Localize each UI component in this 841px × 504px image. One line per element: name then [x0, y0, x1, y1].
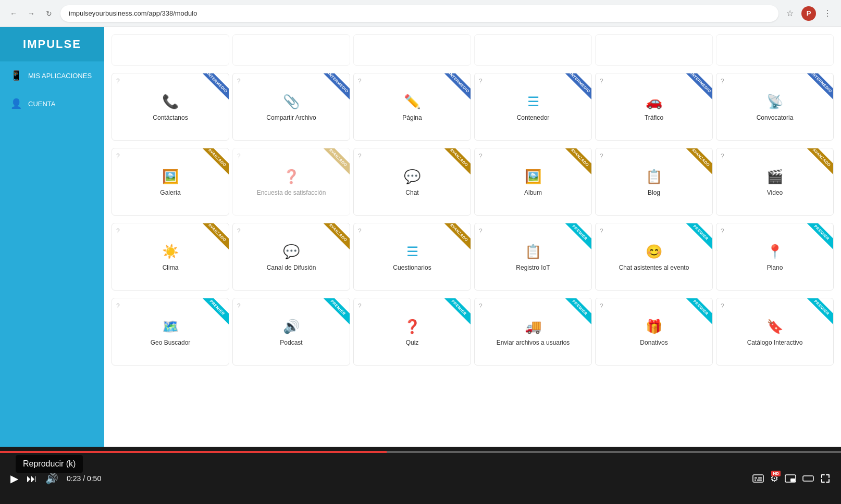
- theater-button[interactable]: [802, 474, 814, 483]
- captions-button[interactable]: [752, 474, 764, 483]
- help-icon-blog: ?: [600, 153, 603, 160]
- hd-badge: HD: [771, 471, 781, 476]
- icon-compartir: 📎: [283, 94, 300, 110]
- module-card-partial-1[interactable]: [112, 34, 229, 66]
- module-card-galeria[interactable]: ? AVANZADO 🖼️ Galería: [112, 148, 229, 216]
- ribbon-podcast: PREMIER: [316, 298, 350, 332]
- fullscreen-button[interactable]: [820, 473, 831, 484]
- module-card-contenedor[interactable]: ? INTERMEDIO ☰ Contenedor: [474, 73, 592, 141]
- sidebar-item-mis-aplicaciones[interactable]: 📱 MIS APLICACIONES: [0, 61, 104, 90]
- play-button[interactable]: ▶: [10, 472, 18, 485]
- label-plano: Plano: [767, 264, 783, 272]
- bookmark-button[interactable]: ☆: [783, 6, 797, 21]
- help-icon-trafico: ?: [600, 78, 603, 85]
- module-card-pagina[interactable]: ? INTERMEDIO ✏️ Página: [353, 73, 471, 141]
- module-card-partial-3[interactable]: [353, 34, 471, 66]
- refresh-button[interactable]: ↻: [42, 6, 56, 21]
- ribbon-trafico: INTERMEDIO: [679, 73, 712, 107]
- module-card-blog[interactable]: ? AVANZADO 📋 Blog: [595, 148, 713, 216]
- module-card-registro-iot[interactable]: ? PREMIER 📋 Registro IoT: [474, 223, 592, 291]
- help-icon-contenedor: ?: [479, 78, 483, 85]
- module-card-chat-asistentes[interactable]: ? PREMIER 😊 Chat asistentes al evento: [595, 223, 713, 291]
- badge-avanzado-clima: AVANZADO: [200, 223, 229, 250]
- progress-fill: [0, 451, 387, 453]
- module-card-catalogo[interactable]: ? PREMIER 🔖 Catálogo Interactivo: [716, 298, 834, 366]
- badge-premier-registro-iot: PREMIER: [562, 223, 591, 250]
- label-trafico: Tráfico: [645, 114, 663, 122]
- ribbon-cuestionarios: AVANZADO: [437, 223, 471, 257]
- module-card-chat[interactable]: ? AVANZADO 💬 Chat: [353, 148, 471, 216]
- badge-avanzado-chat: AVANZADO: [441, 148, 471, 175]
- icon-contactanos: 📞: [162, 94, 179, 110]
- icon-chat: 💬: [404, 169, 420, 185]
- sidebar-label-cuenta: CUENTA: [28, 100, 55, 108]
- settings-button[interactable]: HD ⚙: [770, 473, 778, 484]
- player-right-buttons: HD ⚙: [752, 473, 831, 484]
- label-cuestionarios: Cuestionarios: [393, 264, 431, 272]
- ribbon-canal: AVANZADO: [316, 223, 350, 257]
- module-card-partial-5[interactable]: [595, 34, 713, 66]
- module-card-convocatoria[interactable]: ? INTERMEDIO 📡 Convocatoria: [716, 73, 834, 141]
- icon-podcast: 🔊: [283, 319, 300, 335]
- video-player: Reproducir (k) ▶ ⏭ 🔊 0:23 / 0:50 HD ⚙: [0, 447, 841, 504]
- module-card-geo-buscador[interactable]: ? PREMIER 🗺️ Geo Buscador: [112, 298, 229, 366]
- sidebar-item-cuenta[interactable]: 👤 CUENTA: [0, 90, 104, 118]
- label-pagina: Página: [402, 114, 422, 122]
- address-bar[interactable]: [60, 5, 778, 22]
- main-layout: IMPULSE 📱 MIS APLICACIONES 👤 CUENTA ? IN…: [0, 27, 841, 447]
- icon-canal: 💬: [283, 244, 300, 260]
- help-icon-clima: ?: [116, 228, 120, 235]
- module-card-partial-2[interactable]: [232, 34, 350, 66]
- skip-forward-button[interactable]: ⏭: [27, 473, 37, 485]
- badge-avanzado-video: AVANZADO: [804, 148, 833, 175]
- help-icon-galeria: ?: [116, 153, 120, 160]
- menu-button[interactable]: ⋮: [820, 6, 835, 21]
- time-separator: /: [83, 474, 87, 483]
- icon-registro-iot: 📋: [525, 244, 541, 260]
- module-card-partial-6[interactable]: [716, 34, 834, 66]
- time-display: 0:23 / 0:50: [67, 474, 101, 483]
- badge-intermedio-trafico: INTERMEDIO: [683, 73, 712, 100]
- help-icon-plano: ?: [721, 228, 724, 235]
- module-card-encuesta[interactable]: ? AVANZADO ❓ Encuesta de satisfacción: [232, 148, 350, 216]
- volume-button[interactable]: 🔊: [45, 472, 58, 485]
- module-card-enviar-archivos[interactable]: ? PREMIER 🚚 Enviar archivos a usuarios: [474, 298, 592, 366]
- forward-button[interactable]: →: [24, 6, 39, 21]
- help-icon-podcast: ?: [237, 303, 241, 310]
- label-donativos: Donativos: [640, 339, 667, 347]
- badge-intermedio-contactanos: INTERMEDIO: [200, 73, 229, 100]
- ribbon-video: AVANZADO: [800, 148, 833, 182]
- module-card-contactanos[interactable]: ? INTERMEDIO 📞 Contáctanos: [112, 73, 229, 141]
- module-card-podcast[interactable]: ? PREMIER 🔊 Podcast: [232, 298, 350, 366]
- ribbon-compartir: INTERMEDIO: [316, 73, 350, 107]
- badge-intermedio-compartir: INTERMEDIO: [320, 73, 350, 100]
- module-card-cuestionarios[interactable]: ? AVANZADO ☰ Cuestionarios: [353, 223, 471, 291]
- label-album: Album: [524, 189, 542, 197]
- profile-avatar[interactable]: P: [801, 6, 816, 21]
- help-icon-convocatoria: ?: [721, 78, 724, 85]
- module-card-partial-4[interactable]: [474, 34, 592, 66]
- icon-plano: 📍: [766, 244, 783, 260]
- module-card-trafico[interactable]: ? INTERMEDIO 🚗 Tráfico: [595, 73, 713, 141]
- svg-rect-6: [790, 478, 795, 482]
- help-icon-geo: ?: [116, 303, 120, 310]
- label-video: Video: [767, 189, 783, 197]
- miniplayer-button[interactable]: [785, 474, 796, 483]
- badge-avanzado-canal: AVANZADO: [320, 223, 350, 250]
- module-card-donativos[interactable]: ? PREMIER 🎁 Donativos: [595, 298, 713, 366]
- module-card-canal-difusion[interactable]: ? AVANZADO 💬 Canal de Difusión: [232, 223, 350, 291]
- help-icon-donativos: ?: [600, 303, 603, 310]
- ribbon-chat-asistentes: PREMIER: [679, 223, 712, 257]
- badge-intermedio-convocatoria: INTERMEDIO: [804, 73, 833, 100]
- svg-rect-0: [753, 475, 763, 482]
- svg-rect-7: [803, 476, 813, 481]
- progress-bar[interactable]: [0, 451, 841, 453]
- play-label: Reproducir (k): [16, 455, 83, 473]
- module-card-album[interactable]: ? AVANZADO 🖼️ Album: [474, 148, 592, 216]
- module-card-compartir-archivo[interactable]: ? INTERMEDIO 📎 Compartir Archivo: [232, 73, 350, 141]
- module-card-plano[interactable]: ? PREMIER 📍 Plano: [716, 223, 834, 291]
- module-card-quiz[interactable]: ? PREMIER ❓ Quiz: [353, 298, 471, 366]
- module-card-clima[interactable]: ? AVANZADO ☀️ Clima: [112, 223, 229, 291]
- module-card-video[interactable]: ? AVANZADO 🎬 Video: [716, 148, 834, 216]
- back-button[interactable]: ←: [6, 6, 21, 21]
